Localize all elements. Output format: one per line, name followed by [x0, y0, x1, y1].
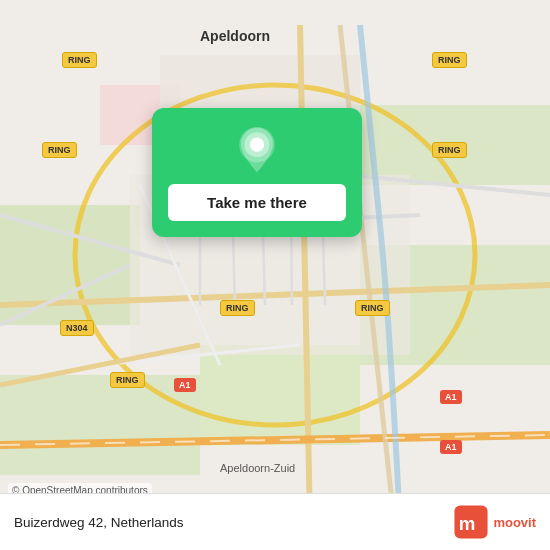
- svg-text:m: m: [459, 513, 476, 534]
- svg-rect-1: [0, 375, 200, 475]
- map-container: RING RING RING RING RING RING RING N304 …: [0, 0, 550, 550]
- ring-label-4: RING: [432, 142, 467, 158]
- ring-label-2: RING: [432, 52, 467, 68]
- ring-label-1: RING: [62, 52, 97, 68]
- location-pin-icon: [233, 126, 281, 174]
- ring-label-5: RING: [220, 300, 255, 316]
- map-roads: [0, 0, 550, 550]
- ring-label-3: RING: [42, 142, 77, 158]
- moovit-text: moovit: [493, 515, 536, 530]
- svg-rect-4: [200, 345, 360, 445]
- n304-label: N304: [60, 320, 94, 336]
- moovit-logo: m moovit: [453, 504, 536, 540]
- a1-label-2: A1: [440, 390, 462, 404]
- a1-label-3: A1: [440, 440, 462, 454]
- ring-label-7: RING: [110, 372, 145, 388]
- a1-label-1: A1: [174, 378, 196, 392]
- bottom-bar: Buizerdweg 42, Netherlands m moovit: [0, 493, 550, 550]
- address-text: Buizerdweg 42, Netherlands: [14, 515, 184, 530]
- ring-label-6: RING: [355, 300, 390, 316]
- take-me-there-button[interactable]: Take me there: [168, 184, 346, 221]
- popup-card: Take me there: [152, 108, 362, 237]
- moovit-icon: m: [453, 504, 489, 540]
